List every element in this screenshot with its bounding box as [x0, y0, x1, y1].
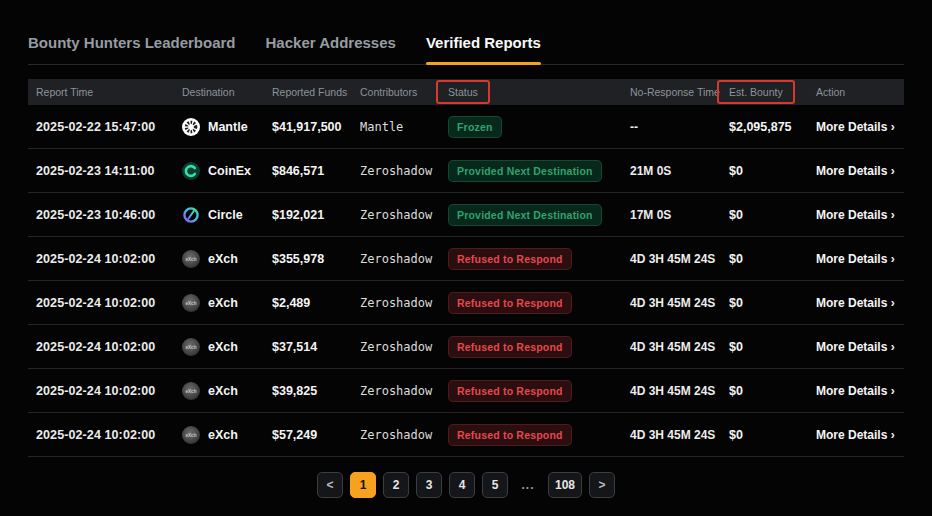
- destination-name: eXch: [208, 252, 238, 266]
- status-badge: Provided Next Destination: [448, 204, 602, 226]
- more-details-link[interactable]: More Details ›: [808, 384, 904, 398]
- pagination: < 1 2 3 4 5 ... 108 >: [28, 472, 904, 498]
- table-row: 2025-02-23 14:11:00 CoinEx $846,571 Zero…: [28, 149, 904, 193]
- status-cell: Frozen: [440, 116, 622, 138]
- contributors: Zeroshadow: [352, 252, 440, 266]
- page-button-5[interactable]: 5: [482, 472, 508, 498]
- column-header-contributors: Contributors: [352, 86, 440, 98]
- report-time: 2025-02-23 10:46:00: [28, 208, 174, 222]
- no-response-time: 4D 3H 45M 24S: [622, 340, 721, 354]
- table-row: 2025-02-23 10:46:00 Circle $192,021 Zero…: [28, 193, 904, 237]
- reported-funds: $57,249: [264, 428, 352, 442]
- status-badge: Refused to Respond: [448, 380, 572, 402]
- coinex-logo-icon: [182, 162, 200, 180]
- no-response-time: 4D 3H 45M 24S: [622, 428, 721, 442]
- status-cell: Refused to Respond: [440, 248, 622, 270]
- status-badge: Refused to Respond: [448, 248, 572, 270]
- status-cell: Provided Next Destination: [440, 160, 622, 182]
- report-time: 2025-02-24 10:02:00: [28, 428, 174, 442]
- more-details-link[interactable]: More Details ›: [808, 120, 904, 134]
- reported-funds: $2,489: [264, 296, 352, 310]
- highlight-box: Est. Bounty: [717, 80, 795, 104]
- table-row: 2025-02-24 10:02:00 eXch eXch $57,249 Ze…: [28, 413, 904, 457]
- svg-text:eXch: eXch: [186, 257, 197, 262]
- table-body: 2025-02-22 15:47:00 Mantle $41,917,500 M…: [28, 105, 904, 457]
- column-header-label: Report Time: [36, 86, 93, 98]
- status-cell: Refused to Respond: [440, 424, 622, 446]
- est-bounty: $0: [721, 384, 808, 398]
- svg-text:eXch: eXch: [186, 433, 197, 438]
- report-time: 2025-02-24 10:02:00: [28, 296, 174, 310]
- column-header-label: Destination: [182, 86, 235, 98]
- contributors: Zeroshadow: [352, 340, 440, 354]
- table-row: 2025-02-24 10:02:00 eXch eXch $2,489 Zer…: [28, 281, 904, 325]
- destination-name: eXch: [208, 428, 238, 442]
- est-bounty: $0: [721, 340, 808, 354]
- page-button-4[interactable]: 4: [449, 472, 475, 498]
- table-row: 2025-02-24 10:02:00 eXch eXch $39,825 Ze…: [28, 369, 904, 413]
- status-badge: Refused to Respond: [448, 292, 572, 314]
- destination-cell: eXch eXch: [174, 382, 264, 400]
- report-time: 2025-02-24 10:02:00: [28, 384, 174, 398]
- status-cell: Provided Next Destination: [440, 204, 622, 226]
- no-response-time: 4D 3H 45M 24S: [622, 252, 721, 266]
- more-details-link[interactable]: More Details ›: [808, 164, 904, 178]
- more-details-link[interactable]: More Details ›: [808, 296, 904, 310]
- destination-name: eXch: [208, 340, 238, 354]
- exch-logo-icon: eXch: [182, 382, 200, 400]
- est-bounty: $2,095,875: [721, 120, 808, 134]
- est-bounty: $0: [721, 296, 808, 310]
- more-details-link[interactable]: More Details ›: [808, 252, 904, 266]
- contributors: Zeroshadow: [352, 428, 440, 442]
- reported-funds: $355,978: [264, 252, 352, 266]
- status-cell: Refused to Respond: [440, 292, 622, 314]
- status-cell: Refused to Respond: [440, 380, 622, 402]
- page-button-2[interactable]: 2: [383, 472, 409, 498]
- circle-logo-icon: [182, 206, 200, 224]
- page-button-108[interactable]: 108: [548, 472, 582, 498]
- destination-name: Circle: [208, 208, 243, 222]
- no-response-time: 21M 0S: [622, 164, 721, 178]
- status-badge: Provided Next Destination: [448, 160, 602, 182]
- exch-logo-icon: eXch: [182, 338, 200, 356]
- pagination-ellipsis: ...: [515, 472, 541, 498]
- no-response-time: --: [622, 120, 721, 134]
- exch-logo-icon: eXch: [182, 426, 200, 444]
- svg-text:eXch: eXch: [186, 301, 197, 306]
- tab-label: Verified Reports: [426, 34, 541, 51]
- exch-logo-icon: eXch: [182, 382, 200, 400]
- status-badge: Frozen: [448, 116, 502, 138]
- contributors: Zeroshadow: [352, 208, 440, 222]
- destination-cell: eXch eXch: [174, 338, 264, 356]
- reported-funds: $37,514: [264, 340, 352, 354]
- next-page-button[interactable]: >: [589, 472, 615, 498]
- svg-text:eXch: eXch: [186, 345, 197, 350]
- reported-funds: $39,825: [264, 384, 352, 398]
- tab-bounty-hunters-leaderboard[interactable]: Bounty Hunters Leaderboard: [28, 34, 236, 64]
- no-response-time: 17M 0S: [622, 208, 721, 222]
- tab-hacker-addresses[interactable]: Hacker Addresses: [266, 34, 396, 64]
- tab-label: Bounty Hunters Leaderboard: [28, 34, 236, 51]
- status-badge: Refused to Respond: [448, 336, 572, 358]
- column-header-reported-funds: Reported Funds: [264, 86, 352, 98]
- reported-funds: $192,021: [264, 208, 352, 222]
- more-details-link[interactable]: More Details ›: [808, 208, 904, 222]
- exch-logo-icon: eXch: [182, 250, 200, 268]
- column-header-label: Action: [816, 86, 845, 98]
- svg-text:eXch: eXch: [186, 389, 197, 394]
- status-cell: Refused to Respond: [440, 336, 622, 358]
- report-time: 2025-02-22 15:47:00: [28, 120, 174, 134]
- prev-page-button[interactable]: <: [317, 472, 343, 498]
- column-header-report-time: Report Time: [28, 86, 174, 98]
- more-details-link[interactable]: More Details ›: [808, 428, 904, 442]
- destination-name: eXch: [208, 384, 238, 398]
- page-button-1[interactable]: 1: [350, 472, 376, 498]
- column-header-status: Status: [440, 86, 622, 98]
- more-details-link[interactable]: More Details ›: [808, 340, 904, 354]
- destination-name: Mantle: [208, 120, 248, 134]
- tab-verified-reports[interactable]: Verified Reports: [426, 34, 541, 64]
- exch-logo-icon: eXch: [182, 294, 200, 312]
- destination-cell: Circle: [174, 206, 264, 224]
- page-button-3[interactable]: 3: [416, 472, 442, 498]
- exch-logo-icon: eXch: [182, 338, 200, 356]
